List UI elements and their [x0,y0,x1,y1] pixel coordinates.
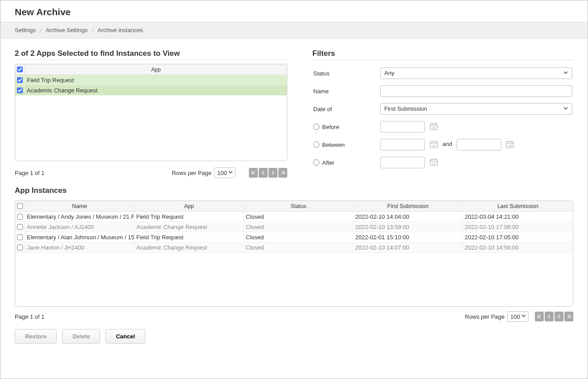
svg-text:10: 10 [432,126,436,129]
row-first: 2022-02-10 14:04:00 [353,212,463,221]
after-radio[interactable] [313,159,319,166]
after-date-input[interactable] [380,157,425,168]
status-label: Status [313,65,379,82]
rows-per-page-select[interactable]: 100 [507,311,529,322]
row-checkbox[interactable] [17,224,23,230]
breadcrumb-item[interactable]: Settings [15,27,36,33]
between-label: Between [322,142,345,148]
before-radio[interactable] [313,124,319,130]
app-row-checkbox[interactable] [17,87,23,93]
row-first: 2022-02-10 14:07:00 [353,242,463,252]
row-checkbox[interactable] [17,214,23,220]
before-date-input[interactable] [380,121,425,133]
row-name: Elementary / Alan Johnson / Museum / 15 … [25,232,134,242]
filters-heading: Filters [312,49,573,60]
col-name-header[interactable]: Name [25,201,134,211]
instances-table: Name App Status First Submission Last Su… [15,200,573,307]
dateof-select[interactable]: First Submission [380,103,572,115]
between-end-input[interactable] [457,139,501,150]
apps-heading: 2 of 2 Apps Selected to find Instances t… [15,49,287,60]
app-row[interactable]: Academic Change Request [15,85,287,96]
next-page-button[interactable] [269,168,277,178]
last-page-button[interactable] [278,168,287,178]
name-label: Name [313,83,379,100]
table-row[interactable]: Elementary / Alan Johnson / Museum / 15 … [15,232,573,242]
first-page-button[interactable] [535,312,544,321]
row-last: 2022-02-10 17:05:00 [463,232,573,242]
restore-button[interactable]: Restore [15,329,57,344]
calendar-icon[interactable]: 10 [429,122,438,132]
prev-page-button[interactable] [545,312,554,321]
dateof-value: First Submission [384,105,427,112]
row-name: Jane Hanlon / JH1400 [25,242,134,252]
calendar-icon[interactable]: 10 [429,158,438,168]
app-row[interactable]: Field Trip Request [15,75,287,85]
calendar-icon[interactable]: 10 [505,140,514,150]
row-last: 2022-02-10 17:06:00 [463,222,573,232]
chevron-down-icon [521,313,526,320]
dateof-label: Date of [313,100,379,117]
table-row[interactable]: Elementary / Andy Jones / Museum / 21 Fe… [15,212,573,222]
row-status: Closed [244,222,353,232]
chevron-down-icon [563,106,568,112]
name-input[interactable] [380,85,572,97]
before-label: Before [322,124,339,130]
next-page-button[interactable] [554,312,563,321]
after-label: After [322,159,334,166]
instances-page-label: Page 1 of 1 [15,313,45,320]
page-title: New Archive [0,0,588,22]
between-radio[interactable] [313,142,319,148]
instances-select-all-checkbox[interactable] [17,203,23,209]
instances-header: Name App Status First Submission Last Su… [15,201,573,212]
col-last-header[interactable]: Last Submission [463,201,573,211]
svg-text:10: 10 [508,144,512,147]
row-checkbox[interactable] [17,245,23,250]
breadcrumb-item[interactable]: Archive Settings [46,27,88,33]
rows-per-page-label: Rows per Page [172,170,211,176]
row-first: 2022-02-01 15:10:00 [353,232,463,242]
row-checkbox[interactable] [17,234,23,240]
status-value: Any [384,70,394,76]
row-app: Field Trip Request [134,212,244,221]
breadcrumb-separator: / [40,27,42,33]
status-select[interactable]: Any [380,67,572,79]
between-and-text: and [442,141,452,147]
col-app-header[interactable]: App [134,201,244,211]
row-status: Closed [244,232,353,242]
svg-text:10: 10 [432,144,436,147]
first-page-button[interactable] [249,168,258,178]
calendar-icon[interactable]: 10 [429,140,438,150]
row-app: Academic Change Request [134,242,244,252]
app-row-checkbox[interactable] [17,77,23,83]
table-row[interactable]: Annette Jackson / AJ1400 Academic Change… [15,222,573,232]
apps-page-label: Page 1 of 1 [15,170,45,176]
delete-button[interactable]: Delete [62,329,100,344]
apps-table-header: App [15,64,287,75]
instances-heading: App Instances [15,186,573,197]
chevron-down-icon [228,170,233,176]
row-app: Field Trip Request [134,232,244,242]
table-row[interactable]: Jane Hanlon / JH1400 Academic Change Req… [15,242,573,253]
row-status: Closed [244,242,353,252]
apps-col-header: App [25,67,287,73]
rows-per-page-value: 100 [217,170,227,176]
breadcrumb-separator: / [92,27,94,33]
breadcrumb: Settings / Archive Settings / Archive in… [0,22,588,38]
prev-page-button[interactable] [259,168,268,178]
cancel-button[interactable]: Cancel [105,329,145,344]
between-start-input[interactable] [380,139,425,150]
col-first-header[interactable]: First Submission [353,201,463,211]
row-name: Elementary / Andy Jones / Museum / 21 Fe… [25,212,134,221]
row-first: 2022-02-10 13:59:00 [353,222,463,232]
col-status-header[interactable]: Status [244,201,353,211]
apps-select-all-checkbox[interactable] [17,67,23,72]
row-last: 2022-02-10 14:58:00 [463,242,573,252]
rows-per-page-label: Rows per Page [465,313,504,320]
last-page-button[interactable] [564,312,573,321]
app-row-label: Field Trip Request [25,77,74,83]
apps-table: App Field Trip Request Academic Change R… [15,64,287,161]
rows-per-page-select[interactable]: 100 [214,167,235,178]
chevron-down-icon [563,70,568,77]
rows-per-page-value: 100 [510,313,520,320]
row-status: Closed [244,212,353,221]
